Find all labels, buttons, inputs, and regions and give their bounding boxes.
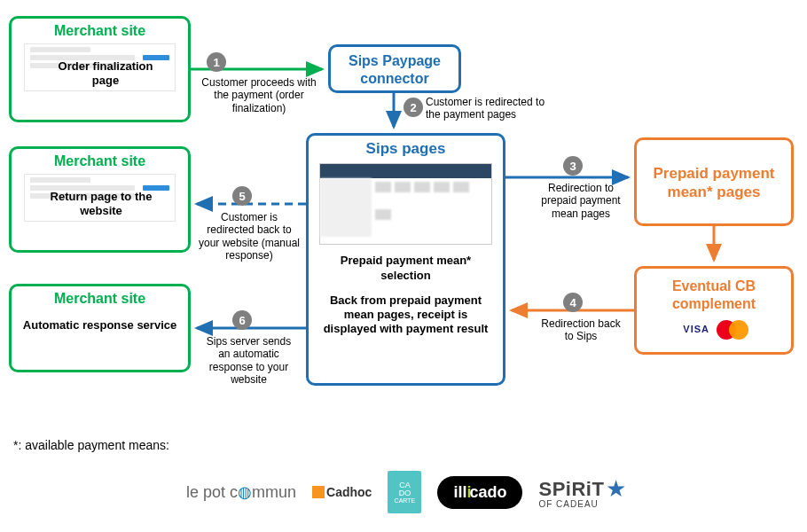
step3-label: Redirection to prepaid payment mean page… (532, 182, 630, 220)
step4-label: Redirection back to Sips (537, 317, 625, 343)
merchant-auto-box: Merchant site Automatic response service (9, 284, 191, 372)
cadhoc-square-icon (312, 486, 325, 498)
prepaid-title: Prepaid payment mean* pages (637, 160, 791, 204)
lpc-part2: mmun (252, 483, 296, 502)
merchant-return-box: Merchant site Return page to the website (9, 146, 191, 253)
step5-label: Customer is redirected back to your webs… (197, 211, 302, 262)
merchant-order-title: Merchant site (12, 19, 188, 42)
lpc-o-icon: ◍ (238, 482, 252, 502)
star-icon: ★ (606, 475, 626, 503)
merchant-order-body: Order finalization page (45, 56, 166, 92)
merchant-order-box: Merchant site Order finalization page (9, 16, 191, 122)
cadocarte-logo: CA DO CARTE (388, 471, 421, 513)
illi-3: cado (469, 483, 506, 502)
sips-connector-title: Sips Paypage connector (331, 49, 458, 90)
sips-pages-title: Sips pages (309, 136, 503, 160)
step6-label: Sips server sends an automatic response … (202, 335, 295, 387)
sips-pages-line1: Prepaid payment mean* selection (309, 250, 503, 286)
merchant-return-title: Merchant site (12, 149, 188, 172)
spirit-logo: SPiRiT★ OF CADEAU (538, 475, 626, 509)
cadhoc-logo: Cadhoc (312, 485, 372, 499)
sips-connector-box: Sips Paypage connector (328, 44, 461, 93)
sips-pages-line2: Back from prepaid payment mean pages, re… (309, 286, 503, 340)
lepotcommun-logo: le pot c◍mmun (186, 482, 296, 502)
footnote: *: available payment means: (13, 438, 169, 452)
cb-box: Eventual CB complement VISA (634, 266, 794, 355)
merchant-return-body: Return page to the website (36, 186, 166, 223)
step2-bullet: 2 (404, 98, 423, 117)
prepaid-box: Prepaid payment mean* pages (634, 137, 794, 226)
mastercard-logo (717, 320, 748, 340)
step1-label: Customer proceeds with the payment (orde… (197, 76, 321, 114)
step3-bullet: 3 (563, 156, 583, 176)
cb-title: Eventual CB complement (637, 269, 791, 315)
step5-bullet: 5 (232, 186, 252, 206)
merchant-auto-title: Merchant site (12, 286, 188, 309)
logos-row: le pot c◍mmun Cadhoc CA DO CARTE illicad… (186, 461, 798, 523)
cado-l2: DO (399, 489, 411, 497)
step4-bullet: 4 (563, 293, 583, 312)
visa-logo: VISA (683, 324, 709, 336)
arrow-prepaid-to-cb (705, 226, 723, 266)
step6-bullet: 6 (232, 310, 252, 330)
cadhoc-text: Cadhoc (326, 485, 372, 499)
step2-label: Customer is redirected to the payment pa… (426, 96, 559, 121)
arrow-step2 (385, 93, 403, 133)
sips-pages-box: Sips pages Prepaid payment mean* selecti… (306, 133, 505, 386)
spirit-big: SPiRiT (538, 478, 604, 501)
sips-page-mock (319, 163, 492, 245)
step1-bullet: 1 (207, 52, 226, 72)
cado-l3: CARTE (395, 497, 416, 504)
illicado-logo: illicado (437, 476, 522, 509)
merchant-auto-body: Automatic response service (12, 309, 188, 336)
illi-1: ill (453, 483, 466, 502)
spirit-small: OF CADEAU (538, 499, 598, 509)
lpc-part1: le pot c (186, 483, 238, 502)
